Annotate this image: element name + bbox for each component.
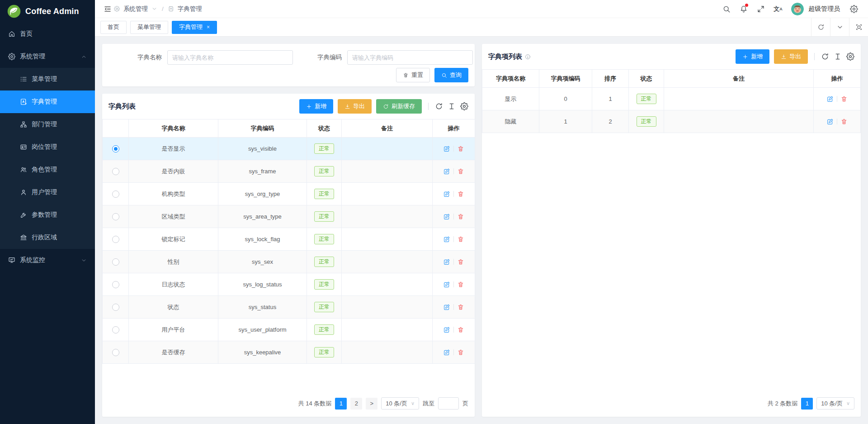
- sidebar-item-post-mgmt[interactable]: 岗位管理: [0, 136, 95, 158]
- sidebar: Coffee Admin 首页 系统管理 菜单管理 A 字典管理: [0, 0, 95, 424]
- gear-icon[interactable]: [460, 102, 468, 110]
- refresh-icon[interactable]: [821, 52, 829, 61]
- sidebar-item-admin-region[interactable]: 行政区域: [0, 226, 95, 249]
- chevron-down-icon[interactable]: [830, 18, 849, 36]
- delete-icon[interactable]: [840, 118, 848, 125]
- refresh-cache-button[interactable]: 刷新缓存: [376, 99, 422, 114]
- delete-icon[interactable]: [457, 213, 464, 220]
- reset-button[interactable]: 重置: [396, 68, 430, 82]
- column-height-icon[interactable]: [448, 102, 456, 110]
- row-radio[interactable]: [112, 326, 119, 333]
- breadcrumb-level2[interactable]: 字典管理: [178, 5, 202, 13]
- bell-icon[interactable]: [736, 0, 751, 18]
- column-height-icon[interactable]: [834, 52, 842, 61]
- table-row[interactable]: 日志状态 sys_log_status 正常: [103, 273, 475, 296]
- table-row[interactable]: 用户平台 sys_user_platform 正常: [103, 319, 475, 341]
- gear-icon[interactable]: [846, 0, 862, 18]
- edit-icon[interactable]: [826, 118, 834, 125]
- avatar[interactable]: [791, 3, 804, 15]
- search-button[interactable]: 查询: [434, 68, 468, 82]
- table-row[interactable]: 显示 0 1 正常: [482, 88, 861, 110]
- edit-icon[interactable]: [443, 168, 450, 175]
- row-radio[interactable]: [112, 281, 119, 288]
- sidebar-item-label: 部门管理: [32, 120, 57, 129]
- edit-icon[interactable]: [443, 349, 450, 356]
- delete-icon[interactable]: [457, 258, 464, 266]
- search-icon[interactable]: [719, 0, 734, 18]
- page-button-1[interactable]: 1: [801, 398, 813, 410]
- edit-icon[interactable]: [443, 145, 450, 152]
- delete-icon[interactable]: [457, 349, 464, 356]
- delete-icon[interactable]: [457, 191, 464, 198]
- add-button[interactable]: 新增: [736, 49, 769, 64]
- user-name[interactable]: 超级管理员: [808, 5, 840, 13]
- edit-icon[interactable]: [443, 304, 450, 311]
- tab-dict-mgmt[interactable]: 字典管理×: [172, 21, 217, 34]
- edit-icon[interactable]: [826, 95, 834, 103]
- delete-icon[interactable]: [457, 281, 464, 288]
- sidebar-item-menu-mgmt[interactable]: 菜单管理: [0, 68, 95, 91]
- row-radio[interactable]: [112, 191, 119, 198]
- dict-name-input[interactable]: [167, 50, 293, 65]
- edit-icon[interactable]: [443, 326, 450, 333]
- sidebar-item-param-mgmt[interactable]: 参数管理: [0, 204, 95, 226]
- edit-icon[interactable]: [443, 236, 450, 243]
- table-row[interactable]: 机构类型 sys_org_type 正常: [103, 183, 475, 205]
- dict-code-input[interactable]: [347, 50, 473, 65]
- table-row[interactable]: 是否内嵌 sys_frame 正常: [103, 160, 475, 183]
- table-row[interactable]: 是否显示 sys_visible 正常: [103, 138, 475, 160]
- page-size-select[interactable]: 10 条/页∨: [381, 397, 419, 410]
- fullscreen-icon[interactable]: [753, 0, 769, 18]
- row-radio[interactable]: [112, 304, 119, 311]
- add-button[interactable]: 新增: [299, 99, 333, 114]
- table-row[interactable]: 是否缓存 sys_keepalive 正常: [103, 341, 475, 364]
- sidebar-item-home[interactable]: 首页: [0, 23, 95, 45]
- export-button[interactable]: 导出: [338, 99, 372, 114]
- sidebar-item-dict-mgmt[interactable]: A 字典管理: [0, 91, 95, 113]
- page-button-2[interactable]: 2: [350, 398, 362, 410]
- edit-icon[interactable]: [443, 191, 450, 198]
- page-button-1[interactable]: 1: [335, 398, 347, 410]
- tab-menu-mgmt[interactable]: 菜单管理: [130, 21, 168, 34]
- row-radio[interactable]: [112, 236, 119, 243]
- row-radio[interactable]: [112, 213, 119, 220]
- row-radio[interactable]: [112, 168, 119, 175]
- translate-icon[interactable]: 文A: [770, 0, 786, 18]
- refresh-icon[interactable]: [811, 18, 830, 36]
- sidebar-item-user-mgmt[interactable]: 用户管理: [0, 181, 95, 204]
- menu-fold-icon[interactable]: [101, 0, 114, 18]
- delete-icon[interactable]: [457, 145, 464, 152]
- delete-icon[interactable]: [457, 304, 464, 311]
- table-row[interactable]: 区域类型 sys_area_type 正常: [103, 205, 475, 228]
- row-radio[interactable]: [112, 258, 119, 266]
- table-row[interactable]: 状态 sys_status 正常: [103, 296, 475, 319]
- table-row[interactable]: 性别 sys_sex 正常: [103, 251, 475, 273]
- next-page-button[interactable]: >: [366, 398, 377, 410]
- maximize-icon[interactable]: [849, 18, 868, 36]
- edit-icon[interactable]: [443, 213, 450, 220]
- jump-page-input[interactable]: [438, 397, 459, 410]
- info-icon[interactable]: [525, 54, 531, 60]
- table-row[interactable]: 锁定标记 sys_lock_flag 正常: [103, 228, 475, 251]
- sidebar-item-role-mgmt[interactable]: 角色管理: [0, 158, 95, 181]
- delete-icon[interactable]: [840, 95, 848, 103]
- edit-icon[interactable]: [443, 258, 450, 266]
- edit-icon[interactable]: [443, 281, 450, 288]
- delete-icon[interactable]: [457, 236, 464, 243]
- sidebar-item-monitor[interactable]: 系统监控: [0, 249, 95, 272]
- row-radio[interactable]: [112, 145, 119, 152]
- gear-icon[interactable]: [846, 52, 854, 61]
- delete-icon[interactable]: [457, 326, 464, 333]
- sidebar-item-dept-mgmt[interactable]: 部门管理: [0, 113, 95, 136]
- user-icon: [20, 189, 27, 196]
- table-row[interactable]: 隐藏 1 2 正常: [482, 110, 861, 133]
- tab-home[interactable]: 首页: [100, 21, 127, 34]
- refresh-icon[interactable]: [435, 102, 443, 110]
- export-button[interactable]: 导出: [774, 49, 808, 64]
- close-icon[interactable]: ×: [207, 24, 210, 30]
- page-size-select[interactable]: 10 条/页∨: [816, 397, 854, 410]
- breadcrumb-level1[interactable]: 系统管理: [123, 5, 148, 13]
- sidebar-item-system[interactable]: 系统管理: [0, 45, 95, 68]
- row-radio[interactable]: [112, 349, 119, 356]
- delete-icon[interactable]: [457, 168, 464, 175]
